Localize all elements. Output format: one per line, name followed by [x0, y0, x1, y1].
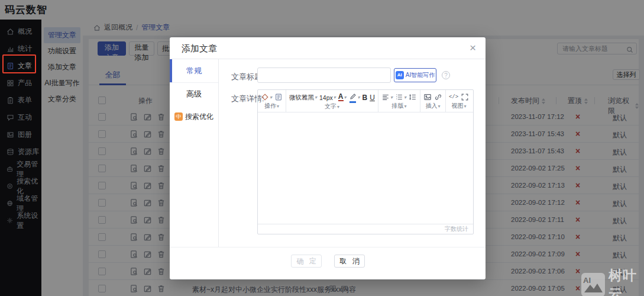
align-dropdown[interactable]: ▾	[381, 93, 393, 101]
toolbar-group-layout: ▾ ▾ 排版▾	[378, 90, 420, 112]
watermark-image-icon: AI	[581, 273, 605, 296]
insert-image-icon[interactable]	[423, 93, 432, 101]
editor-status-bar: 字数统计	[258, 224, 473, 234]
article-title-input[interactable]	[257, 67, 391, 83]
modal-tab-seo[interactable]: 中 搜索优化	[170, 105, 218, 128]
insert-link-icon[interactable]	[434, 93, 442, 101]
toolbar-group-text: 微软雅黑▾ 14px▾ A▾ ▾ B U	[286, 90, 378, 112]
modal-tabs: 常规 高级 中 搜索优化	[170, 59, 219, 247]
add-article-modal: 添加文章 × 常规 高级 中 搜索优化 文章标题: AI AI智能写作 ? 文章…	[170, 37, 486, 279]
toolbar-group-label: 视图▾	[449, 102, 469, 111]
toolbar-group-label: 排版▾	[381, 102, 417, 111]
template-doc-icon[interactable]	[274, 93, 283, 101]
close-icon[interactable]: ×	[470, 41, 476, 55]
modal-footer-divider	[170, 247, 486, 247]
source-code-icon[interactable]: </>	[449, 94, 458, 100]
highlight-color-dropdown[interactable]: ▾	[349, 92, 360, 103]
rich-text-editor: ▾ 操作▾ 微软雅黑▾ 14px▾ A▾	[257, 89, 474, 234]
watermark: AI 树叶云	[581, 266, 644, 296]
bold-button[interactable]: B	[363, 94, 368, 102]
confirm-button[interactable]: 确 定	[291, 255, 322, 268]
modal-header: 添加文章 ×	[170, 37, 486, 59]
cancel-button[interactable]: 取 消	[334, 255, 365, 268]
help-icon[interactable]: ?	[442, 71, 450, 79]
font-size-dropdown[interactable]: 14px▾	[319, 94, 336, 101]
screen: 码云数智 概况统计文章产品表单互动图册资源库交易管理搜索优化域名管理系统设置 管…	[0, 0, 644, 296]
modal-tab-general[interactable]: 常规	[170, 59, 218, 83]
watermark-ai-text: AI	[583, 276, 591, 285]
toolbar-group-label: 文字▾	[289, 102, 375, 111]
ai-badge-icon: AI	[396, 71, 404, 79]
ai-writing-button[interactable]: AI AI智能写作	[394, 68, 436, 82]
modal-tab-advanced[interactable]: 高级	[170, 83, 218, 105]
seo-badge-icon: 中	[174, 112, 183, 121]
watermark-text: 树叶云	[609, 266, 644, 296]
toolbar-group-view: </> 视图▾	[446, 90, 472, 112]
line-height-icon[interactable]	[409, 93, 417, 101]
word-count-label[interactable]: 字数统计	[445, 226, 468, 232]
format-brush-icon[interactable]: ▾	[261, 93, 272, 101]
fullscreen-icon[interactable]	[461, 93, 469, 101]
editor-content-area[interactable]	[258, 112, 473, 224]
toolbar-group-label: 插入▾	[423, 102, 442, 111]
modal-body: 文章标题: AI AI智能写作 ? 文章详情: ▾	[219, 59, 486, 247]
editor-toolbar: ▾ 操作▾ 微软雅黑▾ 14px▾ A▾	[258, 90, 473, 112]
modal-title: 添加文章	[182, 37, 217, 59]
list-dropdown[interactable]: ▾	[395, 93, 406, 101]
underline-button[interactable]: U	[370, 94, 375, 102]
font-color-dropdown[interactable]: A▾	[338, 94, 347, 101]
toolbar-group-insert: 插入▾	[420, 90, 446, 112]
toolbar-group-actions: ▾ 操作▾	[258, 90, 286, 112]
font-family-dropdown[interactable]: 微软雅黑▾	[289, 94, 317, 102]
toolbar-group-label: 操作▾	[261, 102, 283, 111]
annotation-highlight-box	[2, 54, 36, 73]
